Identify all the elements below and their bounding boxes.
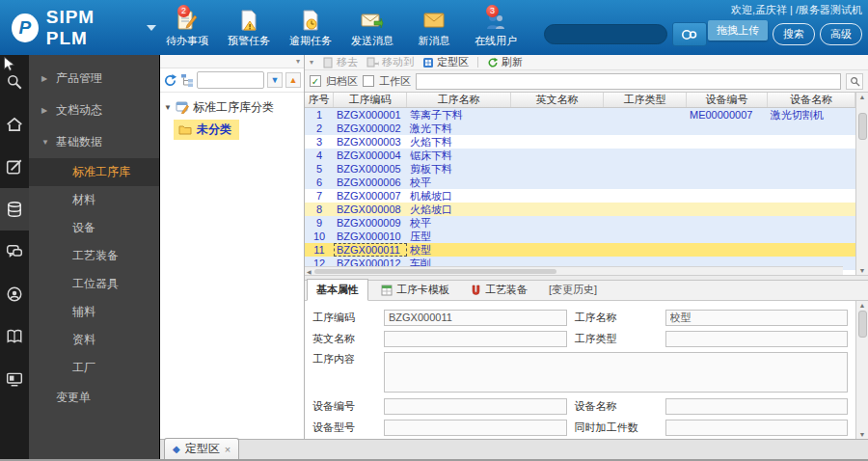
refresh-icon <box>487 57 499 68</box>
strip-edit[interactable] <box>0 146 29 188</box>
menu-item[interactable]: 材料 <box>29 186 159 214</box>
col-no[interactable]: 序号 <box>305 93 334 107</box>
scroll-left-arrow[interactable]: ◀ <box>307 268 312 275</box>
table-row[interactable]: 8 BZGX000008 火焰坡口 <box>305 203 855 216</box>
table-row[interactable]: 1 BZGX000001 等离子下料 ME00000007 激光切割机 <box>305 108 855 122</box>
menu-item[interactable]: 工厂 <box>29 354 159 382</box>
col-name[interactable]: 工序名称 <box>407 93 511 107</box>
strip-library[interactable] <box>0 315 29 358</box>
table-row[interactable]: 3 BZGX000003 火焰下料 <box>305 135 855 149</box>
tab-process-equipment[interactable]: 工艺装备 <box>462 280 536 300</box>
tree-root-node[interactable]: ▼ 标准工序库分类 <box>160 97 304 118</box>
strip-chat[interactable] <box>0 230 29 273</box>
menu-item[interactable]: 资料 <box>29 326 159 354</box>
tree-node-unclassified[interactable]: 未分类 <box>174 120 239 140</box>
menu-item[interactable]: ▶ 产品管理 <box>29 63 159 95</box>
tab-basic-props[interactable]: 基本属性 <box>307 279 368 301</box>
upload-button[interactable] <box>672 22 707 46</box>
scroll-up-arrow[interactable]: ▲ <box>859 302 866 309</box>
nav-todo[interactable]: 2 待办事项 <box>156 9 218 48</box>
strip-support[interactable] <box>0 273 29 315</box>
panel-collapse-chevron[interactable]: ▾ <box>310 58 313 67</box>
tree-collapse-button[interactable]: ▲ <box>285 72 301 88</box>
nav-overdue-tasks[interactable]: 逾期任务 <box>280 9 341 48</box>
magnifier-icon <box>850 76 860 87</box>
nav-new-message[interactable]: 新消息 <box>403 9 465 48</box>
fixed-area-tab[interactable]: ◆ 定型区 × <box>164 438 239 459</box>
logo-dropdown-caret[interactable] <box>147 25 156 31</box>
table-row[interactable]: 5 BZGX000005 剪板下料 <box>305 162 855 176</box>
remove-button[interactable]: 移去 <box>322 55 358 69</box>
table-row[interactable]: 4 BZGX000004 锯床下料 <box>305 149 855 162</box>
tree-hierarchy-icon[interactable] <box>180 73 194 87</box>
menu-item[interactable]: ▼ 基础数据 <box>29 126 159 158</box>
fixed-area-button[interactable]: 定型区 <box>422 55 469 69</box>
field-input[interactable] <box>384 310 567 326</box>
col-eqname[interactable]: 设备名称 <box>768 93 855 107</box>
detail-vscroll-thumb[interactable] <box>858 311 867 338</box>
refresh-button[interactable]: 刷新 <box>487 55 523 69</box>
tab-card-template[interactable]: 工序卡模板 <box>372 280 458 300</box>
col-eqno[interactable]: 设备编号 <box>687 93 768 107</box>
tree-refresh-icon[interactable] <box>163 73 177 88</box>
tree-collapse-bar[interactable]: ▾ <box>160 55 304 68</box>
cell-en <box>511 162 604 176</box>
advanced-button[interactable]: 高级 <box>820 23 862 45</box>
tab-change-history[interactable]: [变更历史] <box>540 280 606 300</box>
nav-online-users[interactable]: 3 在线用户 <box>465 9 527 48</box>
field-input[interactable] <box>665 331 849 347</box>
menu-item[interactable]: 辅料 <box>29 298 159 326</box>
tree-root-caret[interactable]: ▼ <box>164 103 172 112</box>
app-logo[interactable]: P SIPM PLM <box>0 0 156 55</box>
menu-item[interactable]: 变更单 <box>29 382 159 414</box>
work-area-checkbox[interactable] <box>363 75 374 87</box>
strip-home[interactable] <box>0 103 29 146</box>
table-vertical-scrollbar[interactable]: ▲ ▼ <box>855 93 868 275</box>
strip-data[interactable] <box>0 188 29 230</box>
search-button[interactable]: 搜索 <box>773 23 815 45</box>
col-code[interactable]: 工序编码 <box>334 93 407 107</box>
scroll-up-arrow[interactable]: ▲ <box>859 94 866 100</box>
field-input[interactable] <box>665 398 849 415</box>
hscroll-thumb[interactable] <box>314 269 556 274</box>
scroll-down-arrow[interactable]: ▼ <box>859 267 866 274</box>
menu-item[interactable]: ▶ 文档动态 <box>29 95 159 126</box>
process-content-textarea[interactable] <box>384 352 848 393</box>
fixed-area-icon <box>422 57 434 68</box>
menu-item[interactable]: 工位器具 <box>29 270 159 298</box>
menu-item[interactable]: 设备 <box>29 214 159 242</box>
col-en[interactable]: 英文名称 <box>511 93 604 107</box>
table-row[interactable]: 10 BZGX000010 压型 <box>305 230 855 243</box>
field-input[interactable] <box>384 331 567 347</box>
table-row[interactable]: 9 BZGX000009 校平 <box>305 216 855 230</box>
global-search-input[interactable] <box>544 24 667 44</box>
list-search-button[interactable] <box>846 73 863 90</box>
nav-send-message[interactable]: 发送消息 <box>341 9 403 48</box>
menu-item[interactable]: 标准工序库 <box>29 158 159 186</box>
strip-monitor[interactable] <box>0 358 29 400</box>
table-row[interactable]: 6 BZGX000006 校平 <box>305 176 855 189</box>
col-type[interactable]: 工序类型 <box>604 93 687 107</box>
horizontal-scrollbar[interactable]: ◀ <box>305 266 843 275</box>
chat-icon <box>6 243 23 260</box>
archive-area-checkbox[interactable]: ✓ <box>310 75 321 87</box>
collapse-chevron-icon[interactable]: ▾ <box>296 57 300 66</box>
menu-item[interactable]: 工艺装备 <box>29 242 159 270</box>
tree-expand-button[interactable]: ▼ <box>267 72 283 88</box>
list-filter-input[interactable] <box>416 73 841 90</box>
move-to-button[interactable]: 移动到 <box>366 55 414 69</box>
tree-filter-input[interactable] <box>197 71 264 89</box>
scroll-down-arrow[interactable]: ▼ <box>859 431 866 438</box>
field-input[interactable] <box>384 420 567 436</box>
field-input[interactable] <box>665 310 849 326</box>
vscroll-thumb[interactable] <box>858 113 867 140</box>
detail-vertical-scrollbar[interactable]: ▲ ▼ <box>855 301 868 439</box>
field-input[interactable] <box>384 398 567 415</box>
table-row[interactable]: 7 BZGX000007 机械坡口 <box>305 189 855 203</box>
list-toolbar: ▾ 移去 移动到 定型区 <box>305 55 868 70</box>
field-input[interactable] <box>665 420 849 436</box>
table-row[interactable]: 11 BZGX000011 校型 <box>305 243 855 257</box>
nav-alert-tasks[interactable]: 预警任务 <box>218 9 280 48</box>
table-row[interactable]: 2 BZGX000002 激光下料 <box>305 122 855 135</box>
close-icon[interactable]: × <box>225 444 231 455</box>
